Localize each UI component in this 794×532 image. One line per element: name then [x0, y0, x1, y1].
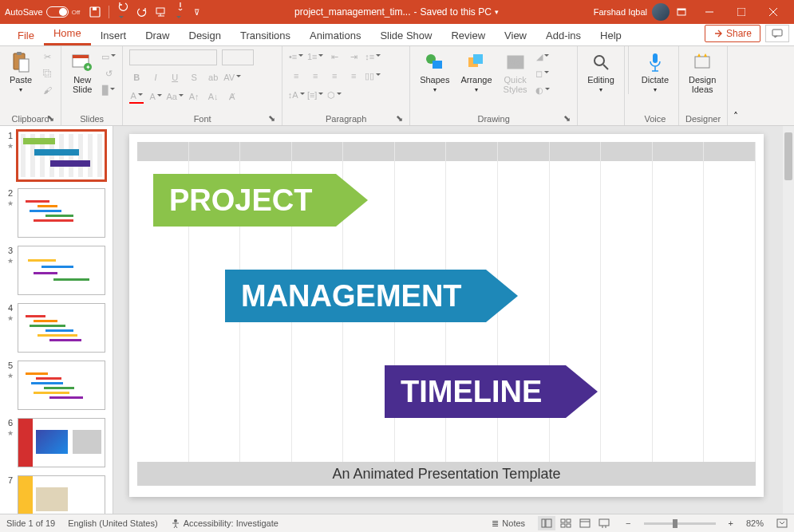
smartart-icon[interactable]: ⬡: [327, 88, 342, 102]
zoom-out-button[interactable]: −: [626, 518, 630, 528]
align-center-icon[interactable]: ≡: [308, 69, 322, 83]
thumbnail-5[interactable]: 5★: [6, 361, 106, 410]
shrink-font-icon[interactable]: A↓: [206, 89, 220, 104]
tab-draw[interactable]: Draw: [136, 25, 179, 45]
clear-format-icon[interactable]: A̸: [225, 89, 239, 104]
design-ideas-button[interactable]: Design Ideas: [685, 49, 719, 96]
tab-animations[interactable]: Animations: [300, 25, 370, 45]
comments-button[interactable]: [765, 25, 789, 42]
tab-design[interactable]: Design: [180, 25, 231, 45]
indent-dec-icon[interactable]: ⇤: [327, 49, 342, 64]
shapes-button[interactable]: Shapes▾: [417, 49, 452, 95]
text-direction-icon[interactable]: ↕A: [289, 88, 303, 102]
change-case-icon[interactable]: Aa: [168, 89, 182, 104]
tab-transitions[interactable]: Transitions: [231, 25, 300, 45]
section-icon[interactable]: ▉: [101, 83, 116, 97]
from-beginning-icon[interactable]: [156, 6, 167, 18]
tab-help[interactable]: Help: [591, 25, 631, 45]
language-status[interactable]: English (United States): [68, 518, 158, 528]
editing-button[interactable]: Editing▾: [584, 49, 618, 95]
numbering-icon[interactable]: 1≡: [308, 49, 322, 64]
share-button[interactable]: Share: [705, 25, 760, 42]
slide-count[interactable]: Slide 1 of 19: [6, 518, 55, 528]
tab-review[interactable]: Review: [441, 25, 495, 45]
thumbnail-6[interactable]: 6★: [6, 418, 106, 467]
cut-icon[interactable]: ✂: [40, 49, 54, 64]
undo-icon[interactable]: [117, 1, 128, 23]
zoom-level[interactable]: 82%: [746, 518, 764, 528]
notes-button[interactable]: ≣ Notes: [492, 518, 525, 529]
spacing-icon[interactable]: AV: [225, 70, 239, 85]
underline-icon[interactable]: U: [168, 70, 182, 85]
slide-edit-area[interactable]: PROJECT MANAGEMENT TIMELINE An Animated …: [113, 126, 794, 514]
justify-icon[interactable]: ≡: [346, 69, 361, 83]
font-color-icon[interactable]: A: [129, 89, 144, 104]
slideshow-view-button[interactable]: [595, 516, 613, 530]
quick-styles-button[interactable]: Abc Quick Styles: [500, 49, 531, 96]
thumbnail-pane[interactable]: 1★ 2★ 3★: [0, 126, 113, 514]
italic-icon[interactable]: I: [148, 70, 163, 85]
thumbnail-4[interactable]: 4★: [6, 303, 106, 353]
dialog-launcher-icon[interactable]: ⬊: [47, 113, 54, 124]
layout-icon[interactable]: ▭: [101, 49, 116, 64]
save-icon[interactable]: [89, 6, 101, 18]
vertical-scrollbar[interactable]: [783, 126, 794, 514]
shadow-icon[interactable]: ab: [206, 70, 220, 85]
chevron-down-icon[interactable]: ▾: [495, 8, 499, 16]
highlight-icon[interactable]: A: [148, 89, 163, 104]
ribbon-display-icon[interactable]: [676, 6, 687, 18]
subtitle-text[interactable]: An Animated Presentation Template: [137, 462, 756, 486]
thumbnail-1[interactable]: 1★: [6, 131, 106, 180]
autosave-toggle[interactable]: AutoSave Off: [5, 6, 80, 18]
bullets-icon[interactable]: •≡: [289, 49, 303, 64]
user-account[interactable]: Farshad Iqbal: [594, 3, 670, 21]
line-spacing-icon[interactable]: ↕≡: [365, 49, 380, 64]
thumbnail-3[interactable]: 3★: [6, 246, 106, 295]
minimize-button[interactable]: [693, 0, 725, 24]
dialog-launcher-icon[interactable]: ⬊: [396, 113, 403, 124]
fit-to-window-button[interactable]: [776, 518, 788, 528]
tab-file[interactable]: File: [8, 25, 44, 45]
thumbnail-7[interactable]: 7: [6, 475, 106, 514]
shape-fill-icon[interactable]: ◢: [535, 49, 550, 64]
shape-outline-icon[interactable]: ◻: [535, 66, 550, 81]
tab-home[interactable]: Home: [44, 22, 91, 45]
indent-inc-icon[interactable]: ⇥: [346, 49, 361, 64]
arrow-shape-management[interactable]: MANAGEMENT: [225, 270, 518, 322]
columns-icon[interactable]: ▯▯: [365, 69, 380, 83]
bold-icon[interactable]: B: [129, 70, 144, 85]
align-left-icon[interactable]: ≡: [289, 69, 303, 83]
accessibility-status[interactable]: Accessibility: Investigate: [171, 518, 278, 528]
copy-icon[interactable]: ⿻: [40, 66, 54, 81]
dialog-launcher-icon[interactable]: ⬊: [563, 113, 571, 124]
tab-insert[interactable]: Insert: [91, 25, 136, 45]
tab-addins[interactable]: Add-ins: [536, 25, 591, 45]
paste-button[interactable]: Paste ▾: [6, 49, 35, 95]
thumbnail-2[interactable]: 2★: [6, 188, 106, 238]
font-size-select[interactable]: [222, 49, 254, 65]
tab-view[interactable]: View: [495, 25, 536, 45]
arrow-shape-timeline[interactable]: TIMELINE: [385, 365, 598, 418]
close-button[interactable]: [757, 0, 789, 24]
align-text-icon[interactable]: [≡]: [308, 88, 322, 102]
font-family-select[interactable]: [129, 49, 217, 65]
align-right-icon[interactable]: ≡: [327, 69, 342, 83]
arrow-shape-project[interactable]: PROJECT: [153, 174, 368, 227]
redo-icon[interactable]: [136, 6, 148, 18]
grow-font-icon[interactable]: A↑: [187, 89, 201, 104]
touch-mode-icon[interactable]: [175, 1, 186, 23]
tab-slideshow[interactable]: Slide Show: [370, 25, 441, 45]
format-painter-icon[interactable]: 🖌: [40, 83, 54, 97]
shape-effects-icon[interactable]: ◐: [535, 83, 550, 97]
slide-canvas[interactable]: PROJECT MANAGEMENT TIMELINE An Animated …: [129, 134, 764, 497]
zoom-slider[interactable]: [644, 522, 716, 525]
arrange-button[interactable]: Arrange▾: [457, 49, 495, 95]
collapse-ribbon-icon[interactable]: ˄: [728, 111, 744, 125]
new-slide-button[interactable]: ✦ New Slide: [68, 49, 97, 96]
dialog-launcher-icon[interactable]: ⬊: [268, 113, 275, 124]
dictate-button[interactable]: Dictate▾: [638, 49, 672, 95]
qat-more-icon[interactable]: ⊽: [194, 8, 199, 17]
maximize-button[interactable]: [725, 0, 757, 24]
strike-icon[interactable]: S: [187, 70, 201, 85]
zoom-in-button[interactable]: +: [729, 518, 733, 528]
